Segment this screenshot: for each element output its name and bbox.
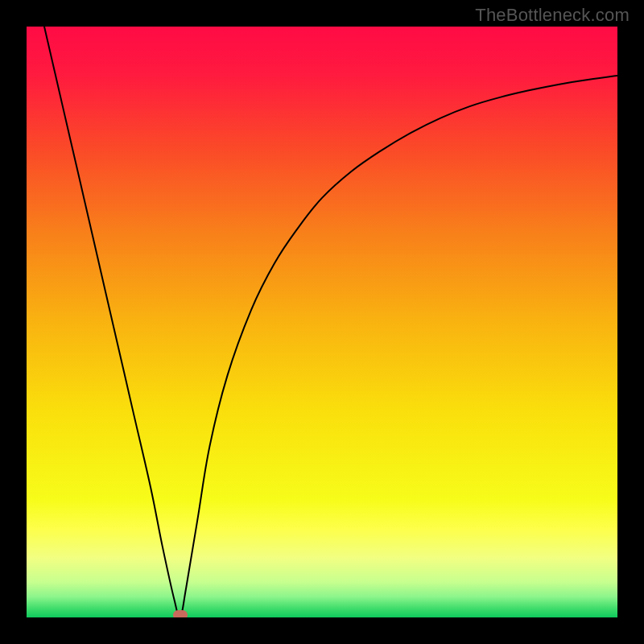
chart-svg xyxy=(27,27,617,617)
gradient-background xyxy=(27,27,617,617)
watermark-text: TheBottleneck.com xyxy=(475,5,630,26)
chart-frame: TheBottleneck.com xyxy=(0,0,644,644)
minimum-marker xyxy=(173,610,188,617)
plot-area xyxy=(27,27,617,617)
